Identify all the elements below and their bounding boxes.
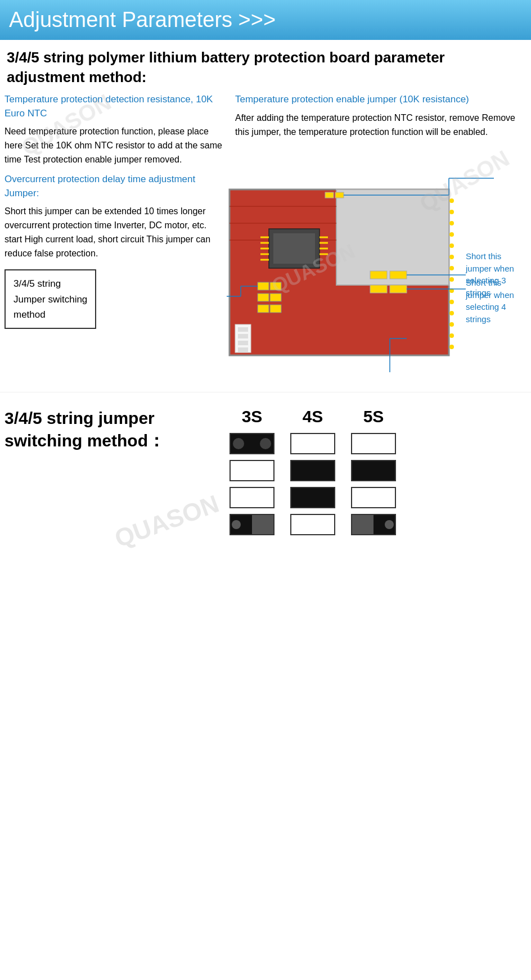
jumper-table: 3S 4S 5S — [218, 407, 526, 541]
left-col-2: Overcurrent protection delay time adjust… — [4, 173, 224, 329]
svg-point-44 — [449, 322, 454, 327]
main-title: 3/4/5 string polymer lithium battery pro… — [0, 40, 531, 93]
svg-point-33 — [449, 198, 454, 203]
svg-rect-31 — [238, 341, 248, 345]
cell-r2c2 — [290, 460, 335, 481]
table-row-1 — [230, 433, 526, 454]
svg-rect-18 — [370, 285, 387, 293]
temp-protection-body: Need temperature protection function, pl… — [4, 125, 224, 166]
cell-r3c1 — [230, 487, 274, 508]
overcurrent-label: Overcurrent protection delay time adjust… — [4, 173, 218, 200]
svg-point-42 — [449, 300, 454, 304]
cell-r3c3 — [351, 487, 396, 508]
svg-rect-32 — [238, 347, 248, 352]
table-row-3 — [230, 487, 526, 508]
header-title: Adjustment Parameters >>> — [9, 8, 276, 31]
jumper-box: 3/4/5 string Jumper switching method — [4, 269, 96, 329]
jumper-box-line3: method — [14, 307, 87, 322]
top-two-col: Temperature protection detection resista… — [0, 93, 531, 173]
svg-point-43 — [449, 311, 454, 315]
cell-r2c1 — [230, 460, 274, 481]
cell-r4c3 — [351, 514, 396, 535]
bottom-title: 3/4/5 string jumper switching method： — [4, 407, 218, 453]
svg-rect-25 — [270, 293, 281, 301]
overcurrent-body: Short this jumper can be extended 10 tim… — [4, 205, 218, 260]
jumper-box-line1: 3/4/5 string — [14, 276, 87, 291]
callout-4string-text: Short this jumper when selecting 4 strin… — [466, 278, 514, 324]
header-3s: 3S — [230, 407, 274, 426]
svg-point-45 — [449, 333, 454, 338]
table-header-row: 3S 4S 5S — [230, 407, 526, 426]
svg-point-46 — [449, 345, 454, 349]
svg-rect-26 — [258, 305, 269, 313]
cell-r2c3 — [351, 460, 396, 481]
svg-rect-27 — [270, 305, 281, 313]
svg-point-35 — [449, 221, 454, 225]
cell-r4c2 — [290, 514, 335, 535]
svg-rect-19 — [390, 285, 407, 293]
svg-rect-29 — [238, 327, 248, 332]
jumper-box-line2: Jumper switching — [14, 292, 87, 307]
temp-protection-label: Temperature protection detection resista… — [4, 93, 224, 120]
svg-point-39 — [449, 266, 454, 270]
svg-point-40 — [449, 277, 454, 282]
watermark-bottom: QUASON — [111, 489, 223, 552]
svg-rect-23 — [270, 282, 281, 290]
middle-section: Overcurrent protection delay time adjust… — [0, 173, 531, 386]
bottom-section: 3/4/5 string jumper switching method： 3S… — [0, 398, 531, 552]
cell-r1c3 — [351, 433, 396, 454]
svg-point-37 — [449, 243, 454, 248]
cell-r3c2 — [290, 487, 335, 508]
header: Adjustment Parameters >>> — [0, 0, 531, 40]
temp-enable-jumper-label: Temperature protection enable jumper (10… — [235, 93, 526, 107]
temp-enable-jumper-body: After adding the temperature protection … — [235, 111, 526, 139]
svg-point-38 — [449, 255, 454, 259]
cell-r1c2 — [290, 433, 335, 454]
table-row-4 — [230, 514, 526, 535]
left-col-1: Temperature protection detection resista… — [4, 93, 230, 167]
svg-rect-20 — [325, 192, 334, 198]
cell-r4c1 — [230, 514, 274, 535]
svg-rect-24 — [258, 293, 269, 301]
svg-rect-21 — [335, 192, 344, 198]
svg-point-34 — [449, 210, 454, 214]
svg-rect-30 — [238, 334, 248, 338]
header-4s: 4S — [290, 407, 335, 426]
header-5s: 5S — [351, 407, 396, 426]
divider — [0, 392, 531, 392]
callout-4string: Short this jumper when selecting 4 strin… — [466, 277, 528, 326]
svg-rect-22 — [258, 282, 269, 290]
svg-rect-17 — [390, 271, 407, 279]
right-col-1: Temperature protection enable jumper (10… — [230, 93, 526, 167]
svg-point-36 — [449, 232, 454, 237]
svg-rect-6 — [273, 233, 315, 264]
board-area: Short this jumper when selecting 3 strin… — [224, 173, 526, 381]
table-row-2 — [230, 460, 526, 481]
svg-rect-16 — [370, 271, 387, 279]
cell-r1c1 — [230, 433, 274, 454]
